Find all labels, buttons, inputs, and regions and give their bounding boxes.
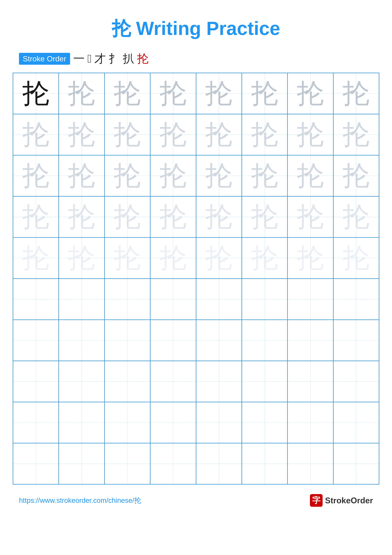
grid-cell-r10c1[interactable]	[13, 443, 59, 484]
grid-cell-r3c1[interactable]: 抡	[13, 155, 59, 196]
grid-cell-r1c2[interactable]: 抡	[59, 73, 104, 114]
char-ghost-medium: 抡	[114, 121, 141, 148]
grid-cell-r8c4[interactable]	[150, 361, 196, 402]
grid-cell-r10c4[interactable]	[150, 443, 196, 484]
grid-cell-r6c3[interactable]	[105, 279, 150, 320]
grid-cell-r5c4[interactable]: 抡	[150, 237, 196, 279]
title-section: 抡 Writing Practice	[13, 16, 379, 42]
grid-cell-r1c8[interactable]: 抡	[333, 73, 379, 114]
footer-brand-name: StrokeOrder	[325, 496, 373, 505]
grid-cell-r7c8[interactable]	[333, 320, 379, 361]
grid-cell-r2c6[interactable]: 抡	[242, 114, 287, 155]
grid-cell-r8c8[interactable]	[333, 361, 379, 402]
grid-cell-r3c3[interactable]: 抡	[105, 155, 150, 196]
grid-cell-r6c7[interactable]	[287, 279, 333, 320]
grid-cell-r5c7[interactable]: 抡	[287, 237, 333, 279]
grid-cell-r8c3[interactable]	[105, 361, 150, 402]
grid-cell-r10c5[interactable]	[196, 443, 242, 484]
grid-cell-r5c6[interactable]: 抡	[242, 237, 287, 279]
grid-cell-r9c5[interactable]	[196, 402, 242, 443]
grid-cell-r6c5[interactable]	[196, 279, 242, 320]
grid-cell-r8c5[interactable]	[196, 361, 242, 402]
grid-cell-r7c1[interactable]	[13, 320, 59, 361]
grid-cell-r4c1[interactable]: 抡	[13, 196, 59, 237]
grid-cell-r3c5[interactable]: 抡	[196, 155, 242, 196]
grid-cell-r9c2[interactable]	[59, 402, 104, 443]
grid-cell-r3c8[interactable]: 抡	[333, 155, 379, 196]
grid-cell-r5c1[interactable]: 抡	[13, 237, 59, 279]
char-ghost-medium: 抡	[68, 162, 95, 189]
grid-cell-r2c4[interactable]: 抡	[150, 114, 196, 155]
char-ghost-light: 抡	[114, 204, 141, 230]
grid-cell-r7c3[interactable]	[105, 320, 150, 361]
grid-cell-r2c2[interactable]: 抡	[59, 114, 104, 155]
grid-cell-r7c4[interactable]	[150, 320, 196, 361]
grid-cell-r9c3[interactable]	[105, 402, 150, 443]
grid-cell-r1c1[interactable]: 抡	[13, 73, 59, 114]
grid-cell-r7c6[interactable]	[242, 320, 287, 361]
grid-cell-r2c7[interactable]: 抡	[287, 114, 333, 155]
grid-cell-r1c5[interactable]: 抡	[196, 73, 242, 114]
grid-cell-r3c4[interactable]: 抡	[150, 155, 196, 196]
grid-cell-r5c3[interactable]: 抡	[105, 237, 150, 279]
grid-cell-r6c2[interactable]	[59, 279, 104, 320]
char-ghost-light: 抡	[343, 204, 370, 230]
grid-cell-r7c7[interactable]	[287, 320, 333, 361]
grid-cell-r8c1[interactable]	[13, 361, 59, 402]
grid-cell-r9c4[interactable]	[150, 402, 196, 443]
grid-cell-r2c5[interactable]: 抡	[196, 114, 242, 155]
grid-cell-r1c7[interactable]: 抡	[287, 73, 333, 114]
grid-cell-r8c2[interactable]	[59, 361, 104, 402]
grid-cell-r7c2[interactable]	[59, 320, 104, 361]
char-ghost-dark: 抡	[68, 80, 95, 107]
grid-cell-r5c5[interactable]: 抡	[196, 237, 242, 279]
grid-cell-r4c4[interactable]: 抡	[150, 196, 196, 237]
grid-cell-r4c5[interactable]: 抡	[196, 196, 242, 237]
char-ghost-dark: 抡	[114, 80, 141, 107]
stroke-5: 扒	[123, 51, 134, 66]
grid-cell-r2c1[interactable]: 抡	[13, 114, 59, 155]
grid-cell-r4c7[interactable]: 抡	[287, 196, 333, 237]
grid-cell-r9c1[interactable]	[13, 402, 59, 443]
char-ghost-medium: 抡	[68, 121, 95, 148]
grid-cell-r1c3[interactable]: 抡	[105, 73, 150, 114]
grid-cell-r10c3[interactable]	[105, 443, 150, 484]
grid-cell-r4c2[interactable]: 抡	[59, 196, 104, 237]
grid-cell-r5c8[interactable]: 抡	[333, 237, 379, 279]
grid-cell-r10c2[interactable]	[59, 443, 104, 484]
grid-cell-r7c5[interactable]	[196, 320, 242, 361]
grid-cell-r4c3[interactable]: 抡	[105, 196, 150, 237]
grid-cell-r4c8[interactable]: 抡	[333, 196, 379, 237]
grid-cell-r3c2[interactable]: 抡	[59, 155, 104, 196]
grid-cell-r9c7[interactable]	[287, 402, 333, 443]
char-ghost-light: 抡	[251, 204, 278, 230]
grid-cell-r6c6[interactable]	[242, 279, 287, 320]
char-ghost-very-light: 抡	[343, 245, 370, 271]
grid-cell-r10c8[interactable]	[333, 443, 379, 484]
grid-cell-r3c7[interactable]: 抡	[287, 155, 333, 196]
grid-cell-r6c4[interactable]	[150, 279, 196, 320]
grid-cell-r5c2[interactable]: 抡	[59, 237, 104, 279]
char-ghost-dark: 抡	[251, 80, 278, 107]
grid-cell-r10c7[interactable]	[287, 443, 333, 484]
grid-cell-r4c6[interactable]: 抡	[242, 196, 287, 237]
grid-cell-r2c3[interactable]: 抡	[105, 114, 150, 155]
stroke-2: 𠄌	[87, 52, 92, 65]
grid-cell-r8c6[interactable]	[242, 361, 287, 402]
grid-cell-r3c6[interactable]: 抡	[242, 155, 287, 196]
grid-cell-r6c8[interactable]	[333, 279, 379, 320]
char-solid: 抡	[22, 80, 49, 107]
grid-cell-r9c6[interactable]	[242, 402, 287, 443]
grid-cell-r1c6[interactable]: 抡	[242, 73, 287, 114]
grid-cell-r8c7[interactable]	[287, 361, 333, 402]
grid-cell-r10c6[interactable]	[242, 443, 287, 484]
footer-url[interactable]: https://www.strokeorder.com/chinese/抡	[19, 496, 141, 505]
stroke-6: 抡	[137, 51, 149, 66]
char-ghost-medium: 抡	[205, 162, 232, 189]
char-ghost-light: 抡	[297, 204, 324, 230]
grid-cell-r6c1[interactable]	[13, 279, 59, 320]
grid-cell-r2c8[interactable]: 抡	[333, 114, 379, 155]
grid-cell-r9c8[interactable]	[333, 402, 379, 443]
char-ghost-dark: 抡	[297, 80, 324, 107]
grid-cell-r1c4[interactable]: 抡	[150, 73, 196, 114]
